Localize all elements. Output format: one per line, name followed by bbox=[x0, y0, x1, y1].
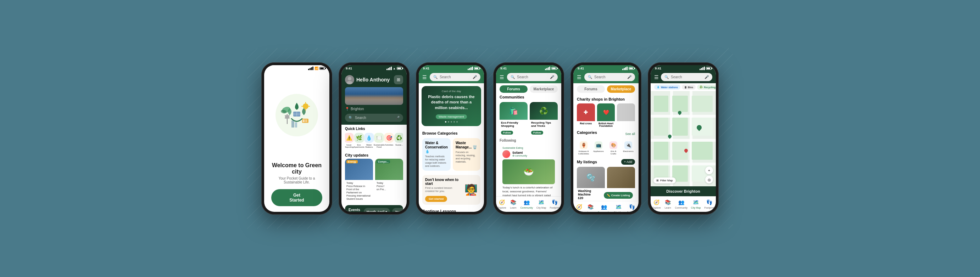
month-dropdown[interactable]: Month April ▾ bbox=[364, 208, 390, 212]
nav-footprint-6[interactable]: 👣 Footprint bbox=[704, 199, 714, 209]
charity-shop-bhf[interactable]: ❤️ British Heart Foundation bbox=[597, 103, 615, 128]
hamburger-icon-5[interactable]: ☰ bbox=[577, 74, 581, 80]
nav-community-4[interactable]: 👥 Community bbox=[520, 199, 533, 209]
city-card-2[interactable]: Compo... TodayPress fon Pre... bbox=[375, 159, 403, 202]
add-listing-button[interactable]: + Add bbox=[621, 159, 635, 165]
student-illustration: 🧑‍🏫 bbox=[465, 184, 477, 196]
phone-4-community: 9:41 ☰ 🔍 Search 🎤 bbox=[493, 62, 564, 215]
category-antiques[interactable]: 🏺 Antiques &Collectibles bbox=[577, 139, 590, 157]
filter-map-icon: ⊞ bbox=[656, 179, 659, 182]
community-card-recycling[interactable]: ♻️ Recycling Tips and Tricks Follow bbox=[530, 102, 558, 136]
map-block-3 bbox=[692, 96, 713, 112]
communities-section: Communities 🛍️ Eco-Friendly Shopping Fol… bbox=[496, 95, 561, 138]
recycling-chip-icon: ♻️ bbox=[700, 86, 703, 89]
charity-shops-row: ✚ Red cross ❤️ British Heart Foundation bbox=[577, 103, 635, 128]
nav-footprint-5[interactable]: 👣 Footprint bbox=[627, 203, 637, 212]
quick-link-sustai[interactable]: ♻️ Sustai... bbox=[395, 133, 403, 148]
signal-bars-6 bbox=[700, 66, 705, 70]
nav-learn-4[interactable]: 📚 Learn bbox=[510, 199, 517, 209]
learn-label-6: Learn bbox=[665, 206, 671, 209]
nav-citymap-4[interactable]: 🗺️ City Map bbox=[536, 199, 546, 209]
nav-community-5[interactable]: 👥 Community bbox=[598, 203, 610, 212]
antiques-icon: 🏺 bbox=[580, 141, 587, 149]
create-listing-button[interactable]: ✏️ Create Listing bbox=[604, 192, 633, 199]
category-electronics[interactable]: 🔌 Electronics bbox=[622, 139, 635, 157]
filter-map-button[interactable]: ⊞ Filter Map bbox=[654, 177, 676, 184]
city-card-1[interactable]: Energy TodayPress Release in Front of th… bbox=[345, 159, 373, 202]
svg-rect-16 bbox=[291, 120, 294, 128]
recycling-tips-name: Recycling Tips and Tricks bbox=[531, 121, 556, 128]
quick-link-sustainable-food[interactable]: 🍽️ SustainableFood bbox=[375, 133, 383, 148]
nav-community-6[interactable]: 👥 Community bbox=[675, 199, 687, 209]
quick-link-issue-reporting[interactable]: ⚠️ IssueReporting bbox=[345, 133, 353, 148]
green-header-5: ☰ 🔍 Search 🎤 bbox=[573, 71, 639, 83]
green-header-4: ☰ 🔍 Search 🎤 bbox=[496, 71, 561, 83]
listing-2-price bbox=[607, 188, 635, 190]
forums-tab[interactable]: Forums bbox=[500, 85, 528, 93]
mic-icon-2: 🎤 bbox=[395, 116, 399, 120]
marketplace-tab-4[interactable]: Marketplace bbox=[530, 85, 558, 93]
search-bar-4[interactable]: 🔍 Search 🎤 bbox=[507, 73, 558, 81]
signal-bar-1 bbox=[308, 69, 309, 70]
status-time-3: 9:41 bbox=[423, 66, 430, 70]
quick-link-eco-apartments[interactable]: 🌿 EcoApartments bbox=[355, 133, 363, 148]
eco-apartments-icon: 🌿 bbox=[354, 133, 364, 143]
follow-eco-button[interactable]: Follow bbox=[501, 131, 513, 135]
quick-link-activities[interactable]: 🎯 Activities bbox=[385, 133, 393, 148]
marketplace-tab-5[interactable]: Marketplace bbox=[607, 85, 635, 93]
learn-label-4: Learn bbox=[510, 206, 517, 209]
nav-citymap-6[interactable]: 🗺️ City Map bbox=[691, 199, 701, 209]
search-bar-6[interactable]: 🔍 Search 🎤 bbox=[661, 73, 712, 81]
status-time-4: 9:41 bbox=[500, 66, 507, 70]
community-icon-4: 👥 bbox=[523, 199, 530, 206]
my-location-button[interactable]: ◎ bbox=[705, 176, 713, 184]
hamburger-icon-6[interactable]: ☰ bbox=[654, 74, 659, 80]
search-bar-3[interactable]: 🔍 Search 🎤 bbox=[430, 73, 480, 81]
quick-link-water-stations[interactable]: 💧 WaterStations bbox=[365, 133, 373, 148]
post-image-1: 🥗 bbox=[503, 160, 555, 184]
nav-explore-4[interactable]: 🧭 Explore bbox=[498, 199, 506, 209]
hamburger-icon-4[interactable]: ☰ bbox=[500, 74, 504, 80]
search-bar-5[interactable]: 🔍 Search 🎤 bbox=[584, 73, 635, 81]
city-card-1-badge: Energy bbox=[347, 160, 358, 163]
see-all-link[interactable]: See all bbox=[625, 132, 635, 136]
filter-chip-recycling[interactable]: ♻️ Recycling centres bbox=[697, 85, 716, 90]
year-dropdown[interactable]: Year 2024 ▾ bbox=[392, 208, 407, 212]
hamburger-icon-3[interactable]: ☰ bbox=[422, 74, 427, 80]
phone-5-marketplace: 9:41 ☰ 🔍 Search 🎤 bbox=[571, 62, 641, 215]
status-time-5: 9:41 bbox=[578, 66, 584, 70]
map-pin-3 bbox=[696, 124, 702, 131]
nav-learn-6[interactable]: 📚 Learn bbox=[665, 199, 671, 209]
charity-shop-redcross[interactable]: ✚ Red cross bbox=[577, 103, 595, 128]
continue-lessons-section: Continue Lessons Water Conservation Basi… bbox=[419, 207, 484, 212]
discover-button[interactable]: Discover Brighton bbox=[651, 186, 716, 196]
nav-explore-6[interactable]: 🧭 Explore bbox=[652, 199, 661, 209]
filter-chip-water-stations[interactable]: 💧 Water stations bbox=[654, 85, 680, 90]
get-started-small-button[interactable]: Get started bbox=[425, 196, 447, 202]
follow-recycling-button[interactable]: Follow bbox=[531, 131, 543, 135]
zoom-in-button[interactable]: + bbox=[705, 166, 713, 174]
map-pin-dot-3 bbox=[696, 124, 703, 131]
get-started-button[interactable]: Get Started bbox=[271, 189, 322, 206]
nav-citymap-5[interactable]: 🗺️ City Map bbox=[614, 203, 624, 212]
community-card-eco[interactable]: 🛍️ Eco-Friendly Shopping Follow bbox=[500, 102, 528, 136]
water-category-title: Water &Conservation 💧 bbox=[425, 141, 448, 154]
charity-shop-3[interactable] bbox=[617, 103, 635, 128]
phone-1-welcome: 📶 bbox=[261, 62, 332, 215]
search-bar-2[interactable]: 🔍 Search 🎤 bbox=[345, 114, 403, 122]
category-arts-crafts[interactable]: 🎨 Arts &Crafts bbox=[607, 139, 620, 157]
phone-2-home: 9:41 ▲ bbox=[339, 62, 409, 215]
nav-learn-5[interactable]: 📚 Learn bbox=[587, 203, 594, 212]
category-appliances[interactable]: 📺 Appliances bbox=[592, 139, 605, 157]
filter-chip-bins[interactable]: 🗑 Bins bbox=[682, 85, 696, 90]
map-area[interactable]: ⊞ Filter Map + ◎ bbox=[651, 91, 716, 186]
nav-explore-5[interactable]: 🧭 Explore bbox=[575, 203, 584, 212]
nav-footprint-4[interactable]: 👣 Footprint bbox=[550, 199, 560, 209]
category-card-waste[interactable]: WasteManage... 🗑️ Focuses on reducing, r… bbox=[453, 138, 480, 170]
listing-washing-machine[interactable]: 🫧 Washing Machine£20 bbox=[577, 167, 605, 201]
search-placeholder-4: Search bbox=[517, 75, 528, 79]
forums-tab-5[interactable]: Forums bbox=[577, 85, 605, 93]
redcross-name: Red cross bbox=[577, 121, 595, 126]
category-card-water[interactable]: Water &Conservation 💧 Teaches methods fo… bbox=[422, 138, 451, 170]
notification-button[interactable]: ⊞ bbox=[394, 75, 403, 84]
